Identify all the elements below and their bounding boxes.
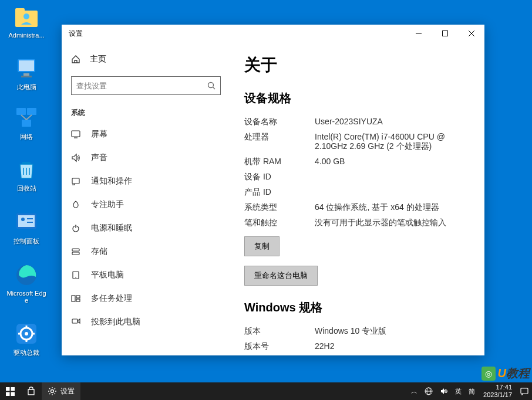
copy-button[interactable]: 复制 — [244, 236, 280, 256]
taskbar-settings[interactable]: 设置 — [42, 382, 80, 400]
close-button[interactable] — [458, 25, 484, 42]
recyclebin-icon — [14, 157, 39, 182]
search-box[interactable] — [71, 76, 221, 95]
svg-rect-1 — [15, 8, 25, 13]
svg-point-2 — [23, 13, 29, 19]
nav-display[interactable]: 屏幕 — [62, 123, 230, 146]
svg-rect-17 — [27, 222, 33, 223]
nav-notifications[interactable]: 通知和操作 — [62, 170, 230, 193]
svg-rect-23 — [442, 31, 447, 36]
taskbar-settings-label: 设置 — [60, 387, 75, 396]
spec-row: 系统类型64 位操作系统, 基于 x64 的处理器 — [244, 200, 470, 215]
nav-label: 专注助手 — [91, 199, 124, 210]
svg-rect-34 — [72, 252, 79, 255]
svg-line-11 — [26, 115, 32, 120]
nav-label: 屏幕 — [91, 129, 107, 140]
user-folder-icon — [14, 5, 39, 29]
maximize-button[interactable] — [432, 25, 458, 42]
svg-rect-39 — [76, 299, 80, 301]
sidebar: 主页 系统 屏幕 声音 通知和操作 — [62, 42, 230, 355]
desktop-icon-recyclebin[interactable]: 回收站 — [6, 157, 47, 193]
taskbar-store[interactable] — [21, 382, 42, 400]
svg-line-10 — [21, 115, 26, 120]
desktop-icon-admin[interactable]: Administra... — [6, 5, 47, 39]
spec-row: 设备名称User-2023SIYUZA — [244, 114, 470, 130]
minimize-button[interactable] — [405, 25, 432, 42]
nav-sound[interactable]: 声音 — [62, 146, 230, 170]
nav-project[interactable]: 投影到此电脑 — [62, 310, 230, 334]
nav-label: 存储 — [91, 246, 107, 257]
focus-icon — [71, 200, 80, 209]
content-area: 关于 设备规格 设备名称User-2023SIYUZA 处理器Intel(R) … — [230, 42, 484, 355]
svg-rect-16 — [27, 218, 33, 219]
nav-power[interactable]: 电源和睡眠 — [62, 216, 230, 240]
controlpanel-icon — [14, 210, 39, 235]
device-specs-heading: 设备规格 — [244, 90, 470, 106]
svg-point-15 — [21, 218, 25, 221]
home-label: 主页 — [90, 54, 106, 65]
nav-storage[interactable]: 存储 — [62, 240, 230, 263]
desktop-icon-controlpanel[interactable]: 控制面板 — [6, 210, 47, 246]
tray-ime[interactable]: 英 — [452, 382, 465, 400]
svg-line-27 — [213, 87, 216, 90]
desktop-icon-thispc[interactable]: 此电脑 — [6, 56, 47, 91]
driver-icon — [14, 321, 39, 346]
nav-focus[interactable]: 专注助手 — [62, 193, 230, 216]
tray-chevron[interactable]: ︿ — [408, 382, 421, 400]
nav-multitask[interactable]: 多任务处理 — [62, 287, 230, 310]
nav-label: 平板电脑 — [91, 270, 124, 280]
desktop-icon-edge[interactable]: Microsoft Edge — [6, 263, 47, 304]
desktop-icon-network[interactable]: 网络 — [6, 106, 47, 141]
taskbar-clock[interactable]: 17:41 2023/1/17 — [479, 384, 517, 399]
watermark-icon: ◎ — [482, 367, 496, 381]
sidebar-section-title: 系统 — [62, 101, 230, 123]
network-icon — [14, 106, 39, 130]
svg-rect-40 — [72, 319, 78, 323]
tray-action-center[interactable] — [517, 382, 532, 400]
titlebar-controls — [405, 25, 484, 42]
svg-rect-5 — [23, 73, 29, 76]
svg-rect-8 — [27, 108, 36, 115]
svg-rect-4 — [19, 60, 34, 71]
svg-rect-42 — [11, 387, 15, 391]
svg-rect-44 — [11, 392, 15, 396]
svg-rect-7 — [16, 108, 26, 115]
nav-label: 声音 — [91, 152, 107, 163]
taskbar: 设置 ︿ 英 简 17:41 2023/1/17 — [0, 382, 532, 400]
power-icon — [71, 223, 80, 233]
svg-line-50 — [445, 390, 447, 392]
svg-rect-28 — [72, 131, 80, 137]
spec-row: 产品 ID — [244, 185, 470, 200]
search-input[interactable] — [76, 82, 207, 90]
nav-label: 电源和睡眠 — [91, 223, 132, 233]
nav-label: 多任务处理 — [91, 293, 132, 304]
tray-volume-icon[interactable] — [436, 382, 452, 400]
svg-rect-9 — [22, 120, 31, 127]
windows-specs-heading: Windows 规格 — [244, 300, 470, 316]
spec-row: 笔和触控没有可用于此显示器的笔或触控输入 — [244, 215, 470, 230]
display-icon — [71, 130, 80, 139]
svg-rect-14 — [18, 215, 35, 227]
watermark: ◎ U教程 — [482, 365, 530, 381]
tablet-icon — [71, 270, 80, 280]
edge-icon — [14, 263, 39, 287]
svg-point-45 — [51, 390, 54, 393]
nav-tablet[interactable]: 平板电脑 — [62, 263, 230, 287]
page-title: 关于 — [244, 54, 470, 76]
sound-icon — [71, 153, 80, 162]
svg-point-21 — [25, 332, 28, 335]
multitask-icon — [71, 294, 80, 303]
start-button[interactable] — [0, 382, 21, 400]
svg-point-26 — [208, 83, 214, 88]
nav-label: 投影到此电脑 — [91, 317, 140, 327]
spec-row: 版本号22H2 — [244, 339, 470, 354]
tray-network-icon[interactable] — [421, 382, 436, 400]
svg-rect-30 — [72, 178, 79, 184]
spec-row: 版本Windows 10 专业版 — [244, 324, 470, 339]
home-link[interactable]: 主页 — [62, 48, 230, 70]
desktop-icon-driver[interactable]: 驱动总裁 — [6, 321, 47, 357]
search-icon — [207, 82, 216, 90]
titlebar[interactable]: 设置 — [62, 25, 484, 42]
tray-ime2[interactable]: 简 — [465, 382, 479, 400]
rename-button[interactable]: 重命名这台电脑 — [244, 266, 318, 286]
